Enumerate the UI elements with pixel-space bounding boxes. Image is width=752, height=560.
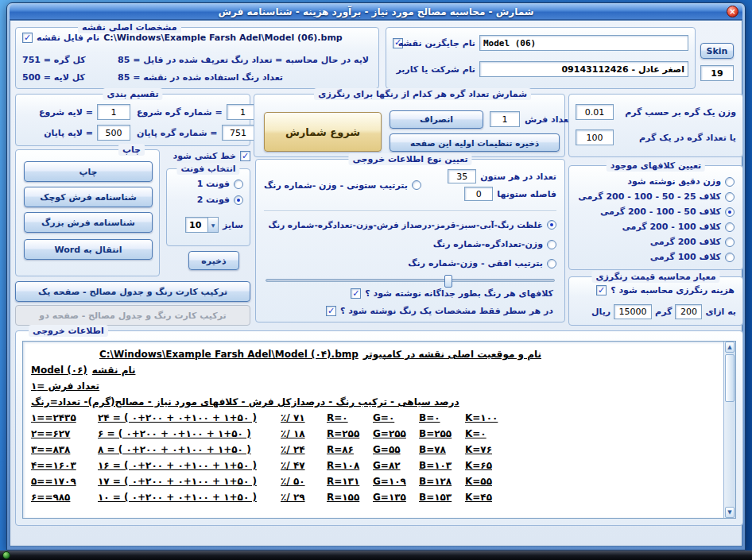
output-carpet-line: تعداد فرش =۱	[31, 380, 99, 393]
output-type-title: تعیین نوع اطلاعات خروجی	[348, 153, 471, 165]
start-layer-input[interactable]	[97, 104, 130, 120]
skin-number-field[interactable]	[700, 65, 734, 81]
separate-skeins-checkbox[interactable]: ✓	[351, 288, 361, 299]
taskbar[interactable]	[0, 550, 752, 560]
row-percent: ٪/ ۷۱	[281, 411, 327, 425]
output-option-0[interactable]: بترتیب ستونی - وزن -شماره رنگ	[264, 180, 421, 191]
skein-option-4[interactable]: کلاف 200 گرمی	[650, 237, 735, 247]
font-save-button[interactable]: ذخیره	[188, 251, 239, 270]
one-color-per-line-checkbox[interactable]: ✓	[326, 306, 336, 316]
check-icon: ✓	[598, 286, 605, 295]
skein-option-5-radio[interactable]	[725, 253, 735, 262]
row-b: B=۲۵۵	[419, 427, 465, 441]
scroll-up-button[interactable]: ▲	[725, 342, 735, 353]
one-color-per-line-row[interactable]: در هر سطر فقط مشخصات یک رنگ نوشته شود ؟ …	[326, 306, 553, 316]
end-layer-input[interactable]	[97, 125, 130, 141]
output-textarea[interactable]: نام و موقعیت اصلی نقشه در کامپیوتر C:\Wi…	[22, 341, 736, 519]
row-b: B=۱۰۳	[419, 459, 465, 473]
skein-option-0-radio[interactable]	[725, 177, 735, 187]
identity-group: ✓ نام جایگزین نقشه نام شرکت یا کاربر	[386, 27, 696, 89]
output-option-2[interactable]: وزن-تعدادگره-شماره رنگ	[433, 239, 556, 249]
carpet-count-input[interactable]	[490, 111, 520, 127]
chevron-down-icon[interactable]: ▼	[207, 218, 218, 232]
scrollbar-thumb[interactable]	[725, 354, 735, 402]
skein-option-2-radio[interactable]	[725, 207, 735, 217]
price-input[interactable]	[614, 304, 652, 319]
output-option-1-radio[interactable]	[547, 220, 556, 230]
column-width-slider[interactable]	[266, 279, 555, 282]
output-option-3[interactable]: بترتیب افقی - وزن-شماره رنگ	[408, 258, 556, 268]
font-size-combobox[interactable]: 10 ▼	[185, 217, 219, 233]
combo-card-page2-label: ترکیب کارت رنگ و جدول مصالح - صفحه دو	[39, 311, 226, 321]
row-b: B=۱۵۳	[419, 491, 465, 504]
row-g: G=۵۵	[373, 443, 419, 457]
company-row: نام شرکت یا کاربر	[393, 61, 688, 77]
skin-button[interactable]: Skin	[700, 43, 734, 59]
end-knot-input[interactable]	[222, 125, 255, 141]
row-r: R=۱۳۱	[327, 475, 373, 489]
save-settings-button[interactable]: ذخیره تنظیمات اولیه این صفحه	[390, 133, 560, 152]
output-option-3-radio[interactable]	[547, 259, 556, 268]
font2-radio[interactable]	[234, 195, 243, 205]
output-option-0-radio[interactable]	[412, 180, 421, 190]
output-type-group: تعیین نوع اطلاعات خروجی تعداد در هر ستون…	[255, 159, 565, 322]
font1-radio[interactable]	[234, 180, 243, 189]
price-rate-row: به ازای گرم ریال	[576, 304, 736, 319]
row-materials: ۲۴ = ( ۰+۲۰۰ + ۰+۱۰۰ + ۱+۵۰ )	[98, 411, 281, 425]
skein-option-0[interactable]: وزن دقیق نوشته شود	[627, 176, 735, 187]
start-counting-button[interactable]: شروع شمارش	[264, 112, 382, 152]
alt-name-input[interactable]	[479, 35, 688, 51]
small-id-button[interactable]: شناسنامه فرش کوچک	[24, 187, 153, 207]
font2-option[interactable]: فونت 2	[197, 195, 243, 205]
row-count: ۴==۱۶۰۳	[31, 459, 98, 473]
row-g: G=۱۳۵	[373, 491, 419, 504]
map-file-path: C:\Windows\Example Farsh Adel\Model (06)…	[103, 33, 343, 43]
skin-button-label: Skin	[707, 46, 728, 56]
output-option-1[interactable]: غلظت رنگ-آبی-سبز-قرمز-درصداز فرش-وزن-تعد…	[268, 220, 556, 230]
combo-card-page1-button[interactable]: ترکیب کارت رنگ و جدول مصالح - صفحه یک	[15, 281, 250, 302]
output-option-3-label: بترتیب افقی - وزن-شماره رنگ	[408, 258, 543, 268]
row-r: R=۲۵۵	[327, 427, 373, 441]
skein-option-2[interactable]: کلاف 50 - 100 - 200 گرمی	[600, 207, 735, 217]
skein-option-3-radio[interactable]	[725, 222, 735, 232]
ruling-checkbox[interactable]: ✓	[240, 151, 250, 161]
start-button[interactable]	[2, 551, 10, 559]
scroll-down-button[interactable]: ▼	[725, 507, 735, 518]
output-option-2-radio[interactable]	[547, 240, 556, 249]
knot-weight-row: وزن یک گره بر حسب گرم	[576, 104, 736, 120]
column-gap-input[interactable]	[464, 187, 493, 201]
knots-per-gram-input[interactable]	[576, 129, 614, 145]
row-r: R=۰	[327, 411, 373, 425]
calc-dye-cost-checkbox[interactable]: ✓	[596, 285, 607, 295]
check-icon: ✓	[24, 33, 31, 42]
word-export-button[interactable]: انتقال به Word	[24, 239, 153, 260]
slider-thumb[interactable]	[444, 275, 452, 288]
calc-dye-cost-row[interactable]: هزینه رنگرزی محاسبه شود ؟ ✓	[596, 285, 735, 295]
map-file-checkbox[interactable]: ✓	[22, 33, 33, 43]
row-b: B=۷۸	[419, 443, 465, 457]
font-save-label: ذخیره	[201, 256, 226, 266]
close-button[interactable]: ×	[727, 6, 738, 17]
skein-option-5[interactable]: کلاف 100 گرمی	[650, 252, 735, 262]
ruling-row[interactable]: ✓ خط کشی شود	[166, 151, 250, 161]
skein-option-4-radio[interactable]	[725, 238, 735, 247]
separate-skeins-row[interactable]: کلافهای هر رنگ بطور جداگانه نوشته شود ؟ …	[351, 288, 553, 299]
large-id-button[interactable]: شناسنامه فرش بزرگ	[24, 212, 153, 233]
per-column-label: تعداد در هر ستون	[480, 172, 556, 182]
grams-input[interactable]	[675, 304, 702, 319]
separate-skeins-label: کلافهای هر رنگ بطور جداگانه نوشته شود ؟	[365, 288, 553, 299]
skein-option-1[interactable]: کلاف 25 - 50 - 100 - 200 گرمی	[578, 191, 735, 202]
print-button[interactable]: چاپ	[24, 161, 153, 182]
output-row: ۵==۱۷۰۹۱۷ = ( ۰+۲۰۰ + ۰+۱۰۰ + ۱+۵۰ )٪/ ۵…	[31, 475, 503, 489]
row-percent: ٪/ ۲۹	[281, 491, 327, 504]
per-column-input[interactable]	[448, 169, 476, 183]
skein-option-1-radio[interactable]	[725, 192, 735, 202]
font1-option[interactable]: فونت 1	[197, 179, 243, 189]
company-input[interactable]	[479, 61, 688, 77]
skein-option-3[interactable]: کلاف 100 - 200 گرمی	[622, 222, 735, 232]
output-scrollbar[interactable]: ▲ ▼	[723, 342, 735, 518]
row-k: K=۵۵	[465, 475, 503, 489]
titlebar[interactable]: شمارش - محاسبه مصالح مورد نیاز - برآورد …	[10, 4, 742, 20]
cancel-button[interactable]: انصراف	[390, 110, 483, 129]
knot-weight-input[interactable]	[576, 104, 614, 120]
